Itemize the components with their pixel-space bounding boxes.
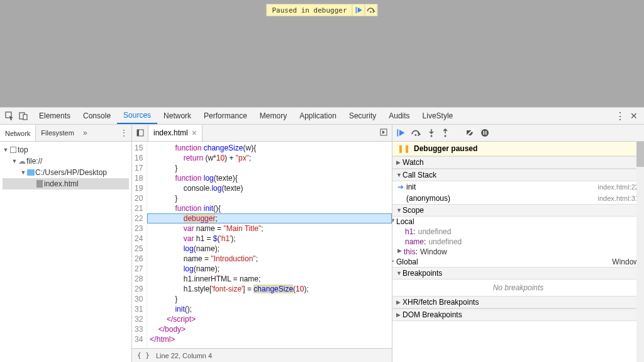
scope-this[interactable]: ▶this:Window [392,247,644,257]
svg-point-0 [370,11,371,13]
banner-resume-button[interactable] [352,4,365,16]
editor-tabbar: index.html × [132,125,392,142]
pretty-print-button[interactable]: { } [137,351,150,359]
line-gutter: 1516171819202122232425262728293031323334 [132,142,147,348]
step-into-button[interactable] [428,128,435,137]
code-editor[interactable]: 1516171819202122232425262728293031323334… [132,142,392,348]
banner-step-button[interactable] [365,4,377,16]
code-line: var h1 = $('h1'); [147,234,392,244]
devtools-tab-network[interactable]: Network [157,108,197,124]
scrollbar-thumb[interactable] [636,142,644,167]
deactivate-breakpoints-button[interactable] [465,128,474,137]
file-icon [36,180,43,188]
code-line: } [147,193,392,203]
navigator-tabs: Network Filesystem » ⋮ [0,125,131,142]
svg-rect-3 [23,115,27,120]
show-navigator-button[interactable] [132,125,148,141]
paused-banner-text: Paused in debugger [267,5,352,16]
code-line: </script> [147,314,392,324]
step-out-icon [441,128,449,137]
code-line: function init(){ [147,203,392,213]
step-over-button[interactable] [411,129,421,137]
callstack-section-header[interactable]: ▼Call Stack [392,169,644,181]
close-tab-button[interactable]: × [192,128,197,138]
scope-var[interactable]: name:undefined [392,237,644,247]
devtools-tab-audits[interactable]: Audits [382,108,416,124]
svg-rect-12 [484,131,485,135]
devtools-tab-livestyle[interactable]: LiveStyle [416,108,460,124]
devtools-tab-performance[interactable]: Performance [197,108,253,124]
devtools-body: Network Filesystem » ⋮ ▼ top ▼☁ file:// … [0,125,644,362]
code-line: function changeSize(w){ [147,143,392,153]
dom-breakpoints-section-header[interactable]: ▶DOM Breakpoints [392,308,644,321]
svg-point-8 [431,135,433,137]
devtools-tab-memory[interactable]: Memory [253,108,293,124]
scope-var[interactable]: h1:undefined [392,227,644,237]
devtools-tabbar: ElementsConsoleSourcesNetworkPerformance… [0,107,644,125]
devtools-tab-console[interactable]: Console [77,108,117,124]
code-line: } [147,294,392,304]
debugger-toolbar [392,125,644,142]
inspect-element-button[interactable] [3,109,16,123]
frame-icon [10,147,16,153]
editor-panel: index.html × 151617181920212223242526272… [132,125,392,362]
code-line: init(); [147,304,392,314]
play-icon [355,6,362,14]
scope-global-header[interactable]: ▶GlobalWindow [392,257,644,267]
navigator-menu-button[interactable]: ⋮ [116,128,131,137]
pause-icon [480,128,489,137]
code-line: h1.style['font-size'] = changeSize(10); [147,284,392,294]
code-line: name = "Introduction"; [147,254,392,264]
devtools-tab-sources[interactable]: Sources [117,108,157,124]
scope-section-header[interactable]: ▼Scope [392,204,644,217]
resume-button[interactable] [396,128,405,137]
folder-icon [27,169,35,176]
watch-section-header[interactable]: ▶Watch [392,156,644,169]
breakpoints-section-header[interactable]: ▼Breakpoints [392,267,644,280]
navigator-panel: Network Filesystem » ⋮ ▼ top ▼☁ file:// … [0,125,132,362]
code-line: log(name); [147,264,392,274]
tree-top-frame[interactable]: ▼ top [3,144,129,156]
callstack-frame[interactable]: ➔initindex.html:22 [392,181,644,193]
cursor-position: Line 22, Column 4 [156,352,212,359]
navigator-more-tabs[interactable]: » [79,128,91,137]
svg-point-11 [481,129,489,137]
svg-point-9 [445,135,447,137]
tree-origin[interactable]: ▼☁ file:// [3,156,129,167]
debugger-paused-message: ❚❚ Debugger paused [392,142,644,156]
xhr-breakpoints-section-header[interactable]: ▶XHR/fetch Breakpoints [392,296,644,308]
tree-folder[interactable]: ▼ C:/Users/HP/Desktop [3,167,129,178]
devtools-close-button[interactable]: ✕ [630,111,638,121]
show-debugger-button[interactable] [375,128,392,138]
svg-rect-5 [137,130,139,136]
code-content: function changeSize(w){ return (w*10) + … [147,142,392,348]
code-line: </html> [147,334,392,344]
cloud-icon: ☁ [18,157,26,166]
devtools-tab-elements[interactable]: Elements [33,108,77,124]
editor-statusbar: { } Line 22, Column 4 [132,348,392,362]
code-line: h1.innerHTML = name; [147,274,392,284]
navigator-tab-filesystem[interactable]: Filesystem [36,125,79,141]
devtools-tab-security[interactable]: Security [343,108,382,124]
devtools-menu-button[interactable]: ⋮ [615,110,625,122]
device-toggle-button[interactable] [16,109,30,123]
editor-tab[interactable]: index.html × [148,125,203,141]
callstack-frame[interactable]: (anonymous)index.html:31 [392,193,644,204]
pause-exceptions-button[interactable] [480,128,489,137]
code-line: var name = "Main Title"; [147,223,392,234]
tree-file[interactable]: index.html [3,178,129,189]
paused-banner: Paused in debugger [266,4,377,16]
breakpoint-disable-icon [465,128,474,137]
navigator-tab-network[interactable]: Network [0,125,36,141]
inspect-icon [5,111,14,120]
scrollbar-track[interactable] [636,142,644,362]
code-line: console.log(texte) [147,183,392,193]
step-over-icon [411,129,421,137]
devtools-tab-application[interactable]: Application [293,108,343,124]
play-icon [396,128,405,137]
sidebar-icon [136,129,144,137]
code-line: log(name); [147,244,392,254]
svg-rect-13 [486,131,487,135]
step-out-button[interactable] [441,128,449,137]
scope-local-header[interactable]: ▼Local [392,217,644,227]
